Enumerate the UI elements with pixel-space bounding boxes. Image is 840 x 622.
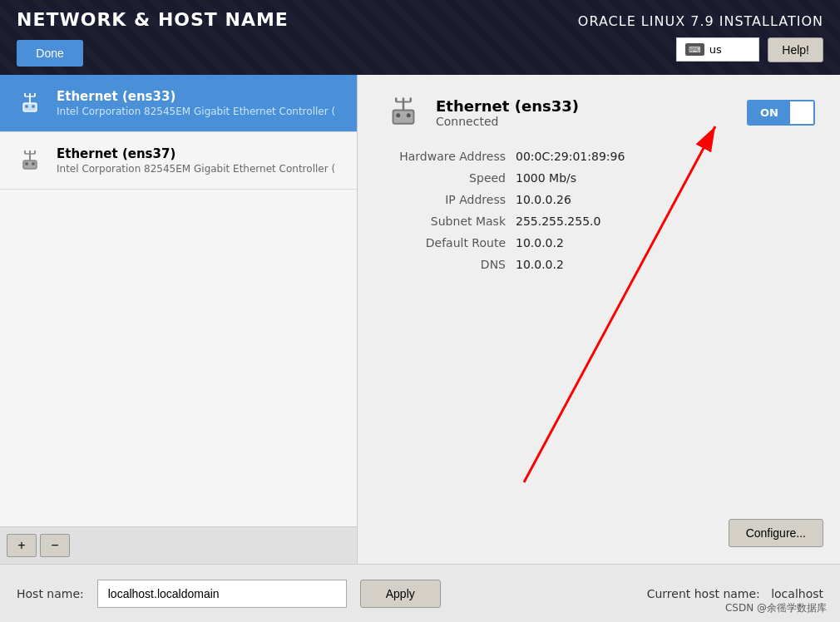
page-title: NETWORK & HOST NAME — [17, 9, 289, 30]
device-name-info: Ethernet (ens33) Connected — [436, 97, 579, 128]
current-hostname-section: Current host name: localhost — [647, 587, 823, 600]
network-item-ens33[interactable]: Ethernet (ens33) Intel Corporation 82545… — [0, 75, 357, 132]
apply-button[interactable]: Apply — [360, 580, 441, 608]
svg-point-22 — [396, 113, 400, 117]
hardware-address-value: 00:0C:29:01:89:96 — [516, 150, 625, 163]
dns-value: 10.0.0.2 — [516, 258, 564, 271]
detail-row-speed: Speed 1000 Mb/s — [383, 171, 815, 185]
device-icon — [383, 91, 424, 133]
header: NETWORK & HOST NAME Done ORACLE LINUX 7.… — [0, 0, 840, 75]
help-button[interactable]: Help! — [768, 37, 823, 62]
device-info: Ethernet (ens33) Connected — [383, 91, 579, 133]
right-panel: Ethernet (ens33) Connected ON Hardware A… — [358, 75, 840, 564]
left-panel: Ethernet (ens33) Intel Corporation 82545… — [0, 75, 358, 564]
svg-point-6 — [25, 105, 28, 108]
item-subtitle-ens33: Intel Corporation 82545EM Gigabit Ethern… — [57, 106, 335, 117]
default-route-label: Default Route — [383, 236, 516, 249]
svg-point-15 — [32, 162, 35, 165]
network-item-ens37[interactable]: Ethernet (ens37) Intel Corporation 82545… — [0, 132, 357, 190]
detail-row-hardware: Hardware Address 00:0C:29:01:89:96 — [383, 150, 815, 163]
add-network-button[interactable]: + — [7, 534, 37, 557]
watermark: CSDN @余徭学数据库 — [725, 601, 827, 615]
detail-row-dns: DNS 10.0.0.2 — [383, 258, 815, 271]
toggle-on[interactable]: ON — [749, 101, 790, 124]
main-content: Ethernet (ens33) Intel Corporation 82545… — [0, 75, 840, 564]
item-subtitle-ens37: Intel Corporation 82545EM Gigabit Ethern… — [57, 163, 335, 175]
device-name: Ethernet (ens33) — [436, 97, 579, 115]
device-status: Connected — [436, 115, 579, 128]
network-details: Hardware Address 00:0C:29:01:89:96 Speed… — [383, 150, 815, 547]
current-hostname-label: Current host name: — [647, 587, 760, 600]
detail-row-route: Default Route 10.0.0.2 — [383, 236, 815, 249]
default-route-value: 10.0.0.2 — [516, 236, 564, 249]
item-info-ens37: Ethernet (ens37) Intel Corporation 82545… — [57, 146, 335, 175]
network-icon-ens37 — [13, 144, 47, 177]
subnet-mask-label: Subnet Mask — [383, 215, 516, 228]
speed-value: 1000 Mb/s — [516, 171, 576, 185]
item-title-ens37: Ethernet (ens37) — [57, 146, 335, 161]
bottom-bar: Host name: Apply Current host name: loca… — [0, 564, 840, 622]
list-toolbar: + − — [0, 526, 357, 564]
subnet-mask-value: 255.255.255.0 — [516, 215, 600, 228]
ip-address-label: IP Address — [383, 193, 516, 206]
detail-row-subnet: Subnet Mask 255.255.255.0 — [383, 215, 815, 228]
done-button[interactable]: Done — [17, 40, 83, 67]
hostname-label: Host name: — [17, 587, 84, 600]
configure-button[interactable]: Configure... — [729, 519, 823, 547]
header-left: NETWORK & HOST NAME Done — [17, 9, 289, 67]
dns-label: DNS — [383, 258, 516, 271]
item-info-ens33: Ethernet (ens33) Intel Corporation 82545… — [57, 89, 335, 117]
hardware-address-label: Hardware Address — [383, 150, 516, 163]
header-controls: ⌨ us Help! — [676, 37, 823, 62]
device-header: Ethernet (ens33) Connected ON — [383, 91, 815, 133]
speed-label: Speed — [383, 171, 516, 185]
svg-point-23 — [407, 113, 411, 117]
network-list: Ethernet (ens33) Intel Corporation 82545… — [0, 75, 357, 526]
hostname-input[interactable] — [97, 580, 347, 608]
keyboard-icon: ⌨ — [685, 43, 704, 56]
network-icon-ens33 — [13, 86, 47, 120]
keyboard-lang: us — [709, 43, 722, 56]
svg-rect-16 — [393, 111, 414, 124]
current-hostname-value: localhost — [771, 587, 823, 600]
item-title-ens33: Ethernet (ens33) — [57, 89, 335, 104]
toggle-off[interactable] — [790, 101, 813, 124]
install-title: ORACLE LINUX 7.9 INSTALLATION — [578, 13, 823, 29]
svg-point-7 — [32, 105, 35, 108]
svg-point-14 — [25, 162, 28, 165]
ip-address-value: 10.0.0.26 — [516, 193, 571, 206]
remove-network-button[interactable]: − — [40, 534, 70, 557]
keyboard-selector[interactable]: ⌨ us — [676, 37, 759, 62]
header-right: ORACLE LINUX 7.9 INSTALLATION ⌨ us Help! — [578, 13, 823, 62]
toggle-switch[interactable]: ON — [747, 100, 815, 126]
detail-row-ip: IP Address 10.0.0.26 — [383, 193, 815, 206]
